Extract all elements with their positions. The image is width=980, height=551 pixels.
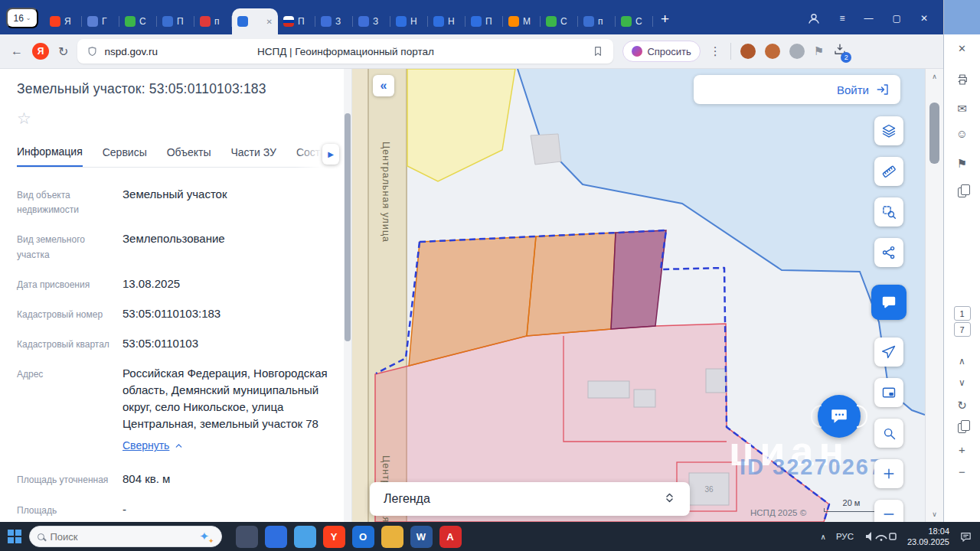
login-button[interactable]: Войти	[694, 75, 900, 104]
browser-tab[interactable]: С ✕	[616, 8, 653, 34]
tabs-scroll-right-button[interactable]: ▶	[322, 144, 339, 165]
taskbar-app-icon[interactable]	[381, 526, 403, 548]
browser-tab[interactable]: З ✕	[315, 8, 353, 34]
taskbar-app-icon[interactable]: Y	[323, 526, 345, 548]
print-icon[interactable]	[956, 73, 969, 87]
browser-menu-icon[interactable]: ≡	[840, 13, 845, 24]
downloads-button[interactable]: 2	[833, 43, 847, 60]
extension-icon-1[interactable]	[740, 44, 756, 59]
window-maximize-button[interactable]: ▢	[893, 13, 901, 24]
browser-tab[interactable]: п ✕	[194, 8, 232, 34]
measure-button[interactable]	[874, 157, 903, 186]
mail-icon[interactable]: ✉	[957, 103, 967, 114]
language-indicator[interactable]: РУС	[836, 532, 854, 541]
panel-tab[interactable]: Информация	[17, 140, 83, 168]
taskbar-search[interactable]: ✦✦	[29, 526, 222, 547]
zoom-out-icon[interactable]: −	[959, 466, 965, 478]
more-options-icon[interactable]: ⋮	[710, 44, 721, 58]
notification-center-icon[interactable]	[959, 530, 972, 543]
background-window-strip[interactable]: ✕ ✉ ☺ ⚑ 1 7 ∧ ∨ ↻ + −	[943, 0, 980, 522]
page-down-icon[interactable]: ∨	[959, 378, 965, 387]
extension-icon-3[interactable]	[789, 44, 805, 59]
tab-close-icon[interactable]: ✕	[266, 18, 273, 26]
browser-tab[interactable]: П ✕	[466, 8, 503, 34]
page-scrollbar[interactable]: ∧ ∨	[925, 69, 943, 522]
area-search-button[interactable]	[874, 197, 903, 227]
page-total-box[interactable]: 7	[954, 322, 971, 337]
feedback-tool-button-active[interactable]	[871, 285, 906, 320]
ask-assistant-button[interactable]: Спросить	[622, 41, 700, 62]
browser-tab[interactable]: С ✕	[119, 8, 157, 34]
share-button[interactable]	[874, 238, 903, 267]
legend-expand-icon[interactable]	[663, 491, 676, 507]
start-button[interactable]	[8, 530, 21, 543]
taskbar-app-icon[interactable]	[265, 526, 287, 548]
support-chat-fab[interactable]	[818, 395, 861, 438]
panel-tab[interactable]: Объекты	[167, 140, 211, 167]
panel-tab[interactable]: Части ЗУ	[230, 140, 276, 167]
taskbar-app-icon[interactable]	[236, 526, 258, 548]
close-icon[interactable]: ✕	[958, 44, 966, 54]
new-tab-button[interactable]: +	[661, 11, 669, 26]
scrollbar-thumb[interactable]	[929, 103, 939, 164]
site-security-shield-icon[interactable]	[87, 46, 98, 57]
legend-bar[interactable]: Легенда	[370, 482, 690, 516]
copilot-sparkle-icon[interactable]: ✦✦	[200, 530, 214, 543]
panel-scrollbar[interactable]	[344, 69, 351, 522]
taskbar-app-icon[interactable]: A	[439, 526, 462, 548]
show-hidden-icons-chevron[interactable]: ∧	[821, 533, 826, 541]
browser-tab[interactable]: З ✕	[353, 8, 390, 34]
map-area[interactable]: 36 Центральная улица Центральная улица ц…	[352, 69, 925, 522]
locate-button[interactable]	[874, 337, 903, 367]
collapse-address-link[interactable]: Свернуть	[122, 439, 184, 452]
scrollbar-up-icon[interactable]: ∧	[926, 69, 943, 84]
browser-tab[interactable]: С ✕	[541, 8, 578, 34]
flag-extension-icon[interactable]: ⚑	[814, 44, 824, 58]
panel-scrollbar-thumb[interactable]	[345, 113, 351, 341]
profile-avatar-icon[interactable]	[807, 11, 821, 25]
favorite-star-icon[interactable]: ☆	[17, 109, 31, 128]
back-button[interactable]: ←	[11, 44, 23, 58]
browser-tab[interactable]: М ✕	[503, 8, 541, 34]
search-input[interactable]	[51, 531, 194, 543]
taskbar-app-icon[interactable]	[294, 526, 316, 548]
copy-icon[interactable]	[958, 187, 966, 197]
window-close-button[interactable]: ✕	[920, 13, 928, 24]
bookmark-icon[interactable]	[592, 45, 604, 57]
page-up-icon[interactable]: ∧	[959, 357, 965, 366]
address-field[interactable]: nspd.gov.ru НСПД | Геоинформационный пор…	[77, 39, 613, 64]
browser-tab[interactable]: п ✕	[578, 8, 616, 34]
browser-tab[interactable]: Я ✕	[44, 8, 82, 34]
layers-button[interactable]	[874, 116, 903, 145]
window-minimize-button[interactable]: —	[864, 13, 874, 24]
taskbar-app-icon[interactable]: W	[410, 526, 433, 548]
panel-tab[interactable]: Сервисы	[103, 140, 147, 167]
parcel-orange-right[interactable]	[527, 233, 616, 336]
browser-tab[interactable]: ✕	[232, 8, 278, 34]
smiley-icon[interactable]: ☺	[956, 128, 968, 139]
scrollbar-down-icon[interactable]: ∨	[926, 507, 943, 522]
collapse-panel-button[interactable]: «	[373, 75, 394, 96]
bookmark-flag-icon[interactable]: ⚑	[957, 158, 967, 169]
browser-tab[interactable]: П ✕	[157, 8, 194, 34]
browser-tab[interactable]: Н ✕	[428, 8, 466, 34]
browser-tab[interactable]: Н ✕	[390, 8, 428, 34]
browser-tab[interactable]: Г ✕	[82, 8, 119, 34]
zoom-in-icon[interactable]: +	[959, 444, 965, 455]
copy-page-icon[interactable]	[958, 423, 966, 433]
extension-icon-2[interactable]	[765, 44, 780, 59]
reload-button[interactable]: ↻	[58, 44, 68, 59]
page-current-box[interactable]: 1	[954, 306, 971, 321]
taskbar-app-icon[interactable]: O	[352, 526, 374, 548]
background-window-titlebar[interactable]	[944, 0, 980, 34]
zoom-out-button[interactable]	[874, 500, 903, 522]
zoom-in-button[interactable]	[874, 459, 903, 488]
system-tray-icons[interactable]	[864, 530, 897, 543]
zoom-search-button[interactable]	[874, 419, 903, 448]
taskbar-clock[interactable]: 18:04 23.09.2025	[907, 526, 949, 548]
yandex-home-icon[interactable]: Я	[32, 43, 49, 60]
rotate-icon[interactable]: ↻	[957, 399, 967, 411]
tab-counter-button[interactable]: 16 ⌄	[6, 8, 38, 28]
mini-map-button[interactable]	[874, 378, 903, 407]
browser-tab[interactable]: П ✕	[278, 8, 315, 34]
